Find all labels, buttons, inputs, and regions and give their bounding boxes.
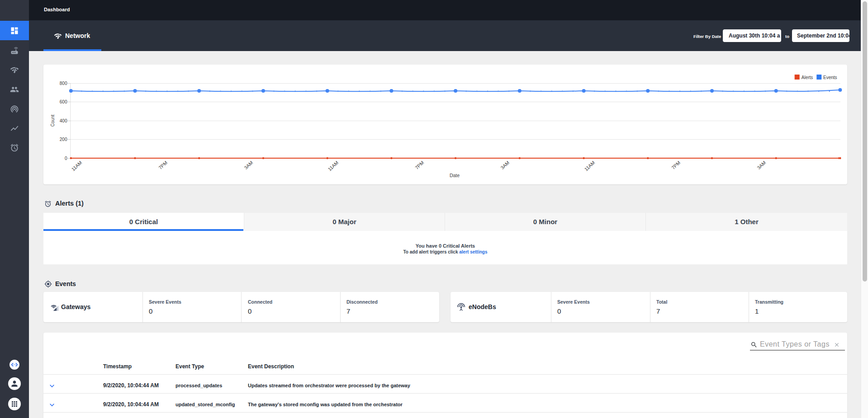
- svg-text:11AM: 11AM: [327, 160, 339, 172]
- svg-text:Events: Events: [823, 75, 837, 80]
- svg-text:7PM: 7PM: [414, 160, 425, 170]
- svg-text:11AM: 11AM: [70, 160, 83, 172]
- svg-text:3AM: 3AM: [756, 160, 767, 170]
- svg-text:7PM: 7PM: [670, 160, 681, 170]
- svg-text:200: 200: [60, 137, 67, 142]
- svg-text:Date: Date: [450, 173, 460, 178]
- svg-text:600: 600: [60, 99, 67, 104]
- svg-text:Alerts: Alerts: [802, 75, 813, 80]
- svg-text:11AM: 11AM: [583, 160, 596, 172]
- svg-text:0: 0: [65, 156, 67, 161]
- svg-text:3AM: 3AM: [499, 160, 510, 170]
- svg-text:400: 400: [60, 118, 67, 123]
- svg-text:800: 800: [60, 81, 67, 86]
- svg-text:3AM: 3AM: [243, 160, 254, 170]
- svg-text:Count: Count: [50, 114, 55, 127]
- svg-text:7PM: 7PM: [157, 160, 168, 170]
